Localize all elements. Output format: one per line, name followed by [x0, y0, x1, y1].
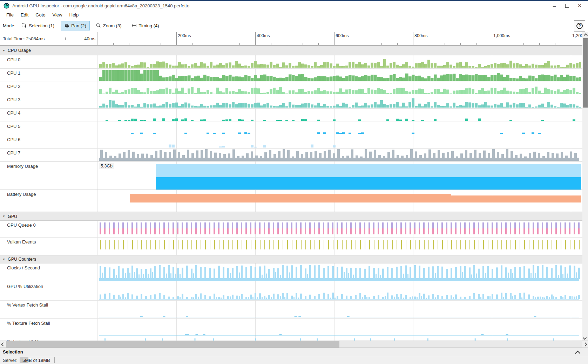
horizontal-scrollbar[interactable] — [0, 341, 588, 348]
track-row-memory-usage: Memory Usage5.3Gb — [0, 162, 582, 190]
ruler-tick-label: 1,000ms — [493, 33, 510, 38]
ruler-ticks[interactable]: 200ms400ms600ms800ms1,000ms1,200ms — [97, 32, 582, 45]
track-chart-vertex-fetch-stall[interactable] — [97, 301, 582, 318]
track-chart-cpu-3[interactable] — [97, 95, 582, 108]
selection-mode-label: Selection (1) — [29, 23, 54, 28]
zoom-mode-button[interactable]: Zoom (3) — [93, 21, 125, 30]
close-button[interactable]: × — [573, 1, 586, 11]
ruler-minor-tick — [129, 43, 129, 45]
menu-edit[interactable]: Edit — [17, 11, 32, 19]
minimize-button[interactable]: – — [548, 1, 561, 11]
track-row-cpu-7: CPU 7 — [0, 149, 582, 162]
chevron-right-icon — [583, 342, 587, 346]
chevron-left-icon — [1, 342, 5, 346]
ruler-major-tick — [492, 32, 492, 45]
track-chart-memory-usage[interactable]: 5.3Gb — [97, 162, 582, 190]
ruler-major-tick — [255, 32, 256, 45]
track-row-cpu-5: CPU 5 — [0, 122, 582, 135]
total-time-label: Total Time: 2s084ms — [3, 36, 45, 41]
ruler-tick-label: 800ms — [414, 33, 428, 38]
vertical-scroll-thumb[interactable] — [583, 38, 588, 108]
timing-mode-button[interactable]: Timing (4) — [128, 21, 163, 30]
track-chart-cpu-1[interactable] — [97, 69, 582, 82]
track-chart-cpu-5[interactable] — [97, 122, 582, 135]
pan-mode-button[interactable]: Pan (2) — [61, 21, 90, 30]
scroll-left-button[interactable] — [0, 341, 6, 348]
zoom-mode-label: Zoom (3) — [103, 23, 122, 28]
track-chart-cpu-4[interactable] — [97, 109, 582, 122]
track-chart-cpu-2[interactable] — [97, 82, 582, 95]
track-row-battery-usage: Battery Usage — [0, 190, 582, 212]
track-row-cpu-1: CPU 1 — [0, 69, 582, 82]
ruler-minor-tick — [239, 43, 240, 45]
horizontal-scroll-thumb[interactable] — [6, 341, 339, 348]
ruler-minor-tick — [381, 43, 382, 45]
track-chart-cpu-6[interactable] — [97, 135, 582, 148]
collapse-caret-icon: ▼ — [2, 258, 5, 261]
track-chart-clocks-second[interactable] — [97, 263, 582, 282]
track-label-cpu-6: CPU 6 — [0, 135, 97, 148]
track-row-vertex-fetch-stall: % Vertex Fetch Stall — [0, 301, 582, 319]
section-header-cpu-usage[interactable]: ▼CPU Usage — [0, 46, 582, 55]
status-separator — [54, 357, 55, 363]
ruler-minor-tick — [366, 43, 366, 45]
track-label-cpu-0: CPU 0 — [0, 55, 97, 68]
ruler-minor-tick — [224, 43, 224, 45]
help-button[interactable]: ? — [574, 20, 585, 32]
track-label-vulkan-events: Vulkan Events — [0, 238, 97, 255]
ruler-minor-tick — [476, 43, 477, 45]
track-chart-gpu-queue-0[interactable] — [97, 221, 582, 237]
chevron-down-icon — [583, 336, 587, 339]
ruler-minor-tick — [429, 43, 429, 45]
track-chart-cpu-0[interactable] — [97, 55, 582, 68]
scroll-right-button[interactable] — [582, 341, 588, 348]
section-title: GPU — [8, 214, 17, 219]
track-label-clocks-second: Clocks / Second — [0, 263, 97, 282]
track-row-vulkan-events: Vulkan Events — [0, 238, 582, 255]
track-row-cpu-0: CPU 0 — [0, 55, 582, 69]
timeline-ruler: Total Time: 2s084ms 40ms 200ms400ms600ms… — [0, 32, 582, 46]
ruler-minor-tick — [161, 43, 161, 45]
selection-mode-icon — [22, 23, 27, 28]
track-chart-vulkan-events[interactable] — [97, 238, 582, 255]
ruler-minor-tick — [287, 43, 287, 45]
track-chart-cpu-7[interactable] — [97, 149, 582, 162]
track-chart-texture-l1-miss[interactable] — [97, 337, 582, 341]
track-row-cpu-4: CPU 4 — [0, 109, 582, 122]
track-label-texture-l1-miss: % Texture L1 Miss — [0, 337, 97, 341]
menu-view[interactable]: View — [49, 11, 66, 19]
collapse-caret-icon: ▼ — [2, 215, 5, 218]
menu-help[interactable]: Help — [66, 11, 82, 19]
scroll-up-button[interactable] — [582, 32, 588, 38]
section-header-gpu[interactable]: ▼GPU — [0, 212, 582, 221]
collapse-caret-icon: ▼ — [2, 49, 5, 52]
menu-file[interactable]: File — [3, 11, 17, 19]
vertical-scrollbar[interactable] — [582, 32, 588, 341]
track-chart-battery-usage[interactable] — [97, 190, 582, 212]
selection-panel-title: Selection — [3, 349, 23, 355]
app-window: Android GPU Inspector - com.google.andro… — [0, 0, 588, 364]
scale-indicator: 40ms — [65, 36, 95, 41]
ruler-minor-tick — [350, 43, 350, 45]
section-header-gpu-counters[interactable]: ▼GPU Counters — [0, 255, 582, 263]
ruler-minor-tick — [445, 43, 445, 45]
track-chart-gpu-utilization[interactable] — [97, 282, 582, 300]
server-memory-text: 5MB of 18MB — [20, 358, 50, 363]
track-row-cpu-3: CPU 3 — [0, 95, 582, 109]
selection-mode-button[interactable]: Selection (1) — [18, 21, 58, 30]
zoom-magnifier-icon — [96, 23, 101, 28]
collapse-chevron-icon[interactable] — [575, 351, 581, 356]
maximize-button[interactable] — [561, 1, 573, 11]
track-label-cpu-4: CPU 4 — [0, 109, 97, 122]
tracks-viewport: ▼CPU UsageCPU 0CPU 1CPU 2CPU 3CPU 4CPU 5… — [0, 46, 582, 341]
ruler-minor-tick — [460, 43, 461, 45]
track-chart-texture-fetch-stall[interactable] — [97, 319, 582, 337]
memory-value-label: 5.3Gb — [99, 163, 114, 169]
scroll-down-button[interactable] — [582, 335, 588, 341]
ruler-minor-tick — [508, 43, 508, 45]
menu-goto[interactable]: Goto — [32, 11, 49, 19]
ruler-minor-tick — [303, 43, 303, 45]
selection-panel-header[interactable]: Selection — [0, 348, 588, 356]
track-row-texture-l1-miss: % Texture L1 Miss — [0, 337, 582, 341]
ruler-minor-tick — [555, 43, 555, 45]
